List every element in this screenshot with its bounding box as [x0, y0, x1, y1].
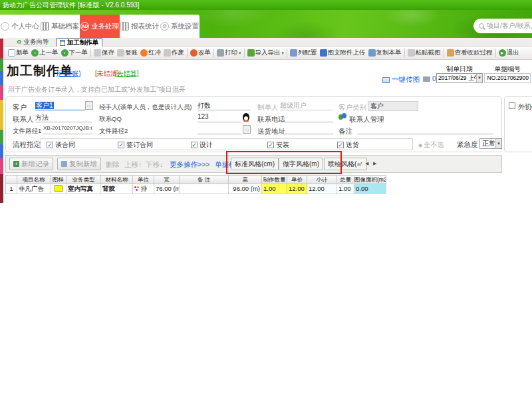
- move-down-button[interactable]: 下移↓: [146, 160, 163, 170]
- modify-order-button[interactable]: 改单: [189, 47, 212, 59]
- cell-width[interactable]: 76.00 (m): [154, 184, 180, 194]
- tab-business-wizard[interactable]: ♻ 业务向导: [12, 38, 53, 47]
- more-operations-link[interactable]: 更多操作>>>: [170, 160, 209, 170]
- separator: [404, 49, 405, 57]
- next-order-button[interactable]: ›下一单: [60, 47, 90, 59]
- items-table: 项目名称 图样 业务类型 材料名称 单位 宽 备 注 高 制作数量 单价 小计 …: [5, 175, 386, 194]
- file-path2-picker-button[interactable]: …: [243, 125, 251, 134]
- register-button[interactable]: 登账: [116, 47, 139, 59]
- cell-height[interactable]: 96.00 (m): [229, 184, 262, 194]
- customer-picker-button[interactable]: …: [85, 101, 93, 110]
- style-lettering-button[interactable]: 做字风格(m): [279, 158, 323, 170]
- category-field: 客户: [368, 101, 418, 111]
- new-order-button[interactable]: 新单: [7, 47, 30, 59]
- search-placeholder: 项目/客户/联系人/电话: [487, 21, 532, 31]
- print-count[interactable]: 0: [423, 75, 436, 82]
- handler-field[interactable]: 打数: [198, 101, 251, 110]
- cell-total[interactable]: 1.00: [337, 184, 354, 194]
- paste-screenshot-button[interactable]: 粘贴截图: [406, 47, 442, 59]
- ad-badge-icon: AD: [80, 22, 89, 31]
- checkbox-checked-icon[interactable]: [47, 142, 53, 148]
- red-flush-button[interactable]: 红冲: [139, 47, 162, 59]
- cell-price[interactable]: 12.00: [287, 184, 307, 194]
- col-unit: 单位: [133, 175, 154, 184]
- nav-item-archives[interactable]: 基础档案: [40, 15, 80, 38]
- add-record-button[interactable]: +新增记录: [9, 158, 53, 170]
- one-click-image-link[interactable]: 一键传图: [382, 75, 420, 84]
- tab-processing-order[interactable]: 加工制作单: [56, 38, 102, 47]
- view-payment-button[interactable]: 查看收款过程: [446, 47, 494, 59]
- cell-qty[interactable]: 1.00: [262, 184, 287, 194]
- checkbox-checked-icon[interactable]: [191, 142, 198, 148]
- maker-label: 制单人: [257, 103, 279, 112]
- address-field[interactable]: [280, 125, 333, 134]
- attachment-upload-button[interactable]: 图文附件上传: [319, 47, 367, 59]
- cell-image-area[interactable]: 0.00: [354, 184, 386, 194]
- process-steps-box: 谈合同 签订合同 设计 安装 送货: [41, 138, 413, 150]
- step-sign-contract[interactable]: 签订合同: [118, 140, 153, 150]
- image-icon: [382, 77, 390, 83]
- nav-item-personal[interactable]: ◦ 个人中心: [0, 15, 40, 38]
- copy-order-button[interactable]: 复制本单: [367, 47, 403, 59]
- qq-field[interactable]: 123: [198, 113, 241, 122]
- nav-item-reports[interactable]: 报表统计: [120, 15, 160, 38]
- move-up-button[interactable]: 上移↑: [124, 160, 142, 170]
- payment-log-icon: [447, 49, 454, 57]
- cell-project[interactable]: 非凡广告: [17, 184, 51, 194]
- style-standard-button[interactable]: 标准风格(cm): [231, 158, 279, 170]
- scroll-left-button[interactable]: ◀: [365, 161, 368, 166]
- contact-management-link[interactable]: 联系人管理: [349, 115, 384, 124]
- checkbox-checked-icon[interactable]: [267, 142, 274, 148]
- urgency-select[interactable]: 正常 ▼: [479, 138, 502, 149]
- cell-material[interactable]: 背胶: [101, 184, 133, 194]
- outsource-panel: 外协加工: [504, 96, 532, 152]
- chevron-down-icon[interactable]: ▼: [495, 139, 501, 148]
- remark-field[interactable]: [357, 125, 493, 134]
- doc-no-input[interactable]: NO.2017062900: [484, 73, 531, 83]
- copy-icon: [368, 49, 376, 57]
- nav-item-settings[interactable]: ⚙ 系统设置: [160, 15, 200, 38]
- save-button[interactable]: 保存: [92, 47, 116, 59]
- order-date-input[interactable]: 2017/06/29 上午 10:5 ▼: [436, 73, 483, 83]
- qq-icon[interactable]: [243, 113, 249, 121]
- scroll-right-button[interactable]: ▶: [373, 161, 376, 166]
- cell-unit[interactable]: 排: [133, 184, 154, 194]
- phone-field[interactable]: [280, 113, 333, 122]
- cell-sample[interactable]: [51, 184, 66, 194]
- cell-subtotal[interactable]: 12.00: [307, 184, 337, 194]
- cell-business-type[interactable]: 室内写真: [66, 184, 101, 194]
- exit-button[interactable]: ▸退出: [497, 47, 521, 59]
- step-install[interactable]: 安装: [267, 140, 289, 150]
- step-negotiate-contract[interactable]: 谈合同: [47, 140, 75, 150]
- contact-label: 联系人: [13, 115, 34, 124]
- copy-add-button[interactable]: 复制新增: [57, 158, 101, 170]
- cell-rownum: 1: [5, 184, 17, 194]
- tab-bar: ♻ 业务向导 加工制作单: [0, 38, 532, 47]
- paste-icon: [408, 49, 415, 57]
- checkbox-checked-icon[interactable]: [118, 142, 124, 148]
- dock-strip-segment: [0, 85, 3, 100]
- file-path2-field[interactable]: [198, 125, 241, 134]
- step-delivery[interactable]: 送货: [337, 140, 359, 150]
- registered-link[interactable]: (已登账): [57, 69, 81, 78]
- style-inkjet-button[interactable]: 喷绘风格(㎡: [324, 158, 367, 170]
- settle-link[interactable]: [去结算]: [115, 69, 139, 78]
- cell-remark[interactable]: [180, 184, 229, 194]
- outsource-checkbox[interactable]: [509, 102, 515, 109]
- chevron-down-icon[interactable]: ▼: [476, 74, 482, 82]
- prev-order-button[interactable]: ‹上一单: [30, 47, 60, 59]
- nav-item-business[interactable]: AD 业务处理: [80, 15, 120, 38]
- void-button[interactable]: 作废: [162, 47, 186, 59]
- remark-label: 备注: [338, 127, 352, 136]
- print-button[interactable]: 打印: [215, 47, 243, 59]
- contact-field[interactable]: 方法: [35, 113, 92, 122]
- deselect-all-link[interactable]: 全不选: [418, 140, 444, 150]
- column-config-button[interactable]: 列配置: [289, 47, 319, 59]
- delete-record-button[interactable]: 删除: [106, 160, 120, 170]
- customer-field[interactable]: 客户1: [35, 101, 85, 110]
- file-path1-field[interactable]: XB-2017020TJQJB:C:\Users: [43, 125, 92, 134]
- import-export-button[interactable]: 导入导出: [246, 47, 286, 59]
- checkbox-checked-icon[interactable]: [337, 142, 344, 148]
- global-search-input[interactable]: 项目/客户/联系人/电话: [473, 19, 532, 33]
- step-design[interactable]: 设计: [191, 140, 213, 150]
